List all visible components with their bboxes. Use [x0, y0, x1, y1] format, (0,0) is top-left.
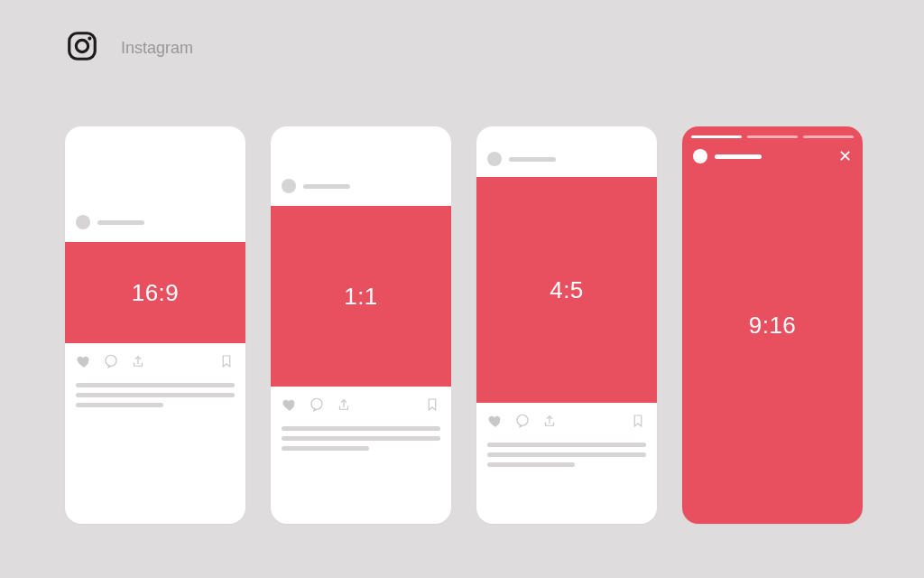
story-progress-segment [691, 135, 742, 138]
story-progress-segment [747, 135, 798, 138]
close-icon[interactable]: ✕ [838, 148, 852, 164]
ratio-label: 16:9 [132, 279, 180, 307]
comment-icon[interactable] [103, 353, 119, 373]
bookmark-icon[interactable] [218, 353, 235, 373]
heart-icon[interactable] [76, 353, 92, 373]
svg-rect-0 [69, 33, 96, 60]
story-progress-bars [691, 135, 854, 138]
avatar [282, 179, 296, 193]
comment-icon[interactable] [514, 413, 531, 433]
story-header: ✕ [693, 148, 852, 164]
svg-point-1 [76, 40, 88, 51]
share-icon[interactable] [336, 396, 352, 416]
bookmark-icon[interactable] [630, 413, 646, 433]
svg-point-5 [311, 398, 322, 409]
comment-icon[interactable] [309, 396, 325, 416]
caption-placeholder [487, 443, 646, 467]
svg-point-3 [106, 355, 116, 366]
story-progress-segment [803, 135, 854, 138]
instagram-icon [65, 29, 99, 67]
share-icon[interactable] [130, 353, 146, 373]
post-header [271, 179, 451, 193]
post-media: 1:1 [271, 206, 451, 387]
post-actions [65, 350, 245, 376]
heart-icon[interactable] [487, 413, 504, 433]
page-title: Instagram [121, 39, 193, 58]
heart-icon[interactable] [282, 396, 298, 416]
ratio-card-16-9: 16:9 [65, 126, 245, 524]
caption-placeholder [76, 383, 235, 407]
avatar [487, 152, 502, 166]
svg-point-7 [517, 415, 528, 425]
post-media: 16:9 [65, 242, 245, 343]
bookmark-icon[interactable] [424, 396, 440, 416]
username-placeholder [509, 157, 556, 162]
svg-point-2 [88, 37, 91, 41]
post-actions [476, 410, 657, 435]
post-header [476, 152, 657, 166]
ratio-label: 9:16 [749, 312, 797, 340]
ratio-label: 4:5 [550, 276, 584, 304]
username-placeholder [97, 220, 144, 225]
ratio-card-9-16-story: ✕ 9:16 [682, 126, 863, 524]
page-header: Instagram [65, 29, 193, 67]
share-icon[interactable] [541, 413, 558, 433]
avatar [76, 215, 90, 229]
ratio-label: 1:1 [344, 283, 378, 311]
caption-placeholder [282, 426, 440, 451]
username-placeholder [715, 154, 762, 159]
ratio-cards-row: 16:9 1:1 [65, 126, 863, 524]
avatar [693, 149, 707, 163]
ratio-card-1-1: 1:1 [271, 126, 451, 524]
post-media: 4:5 [476, 177, 657, 403]
post-header [65, 215, 245, 229]
ratio-card-4-5: 4:5 [476, 126, 657, 524]
post-actions [271, 394, 451, 419]
username-placeholder [303, 184, 350, 189]
